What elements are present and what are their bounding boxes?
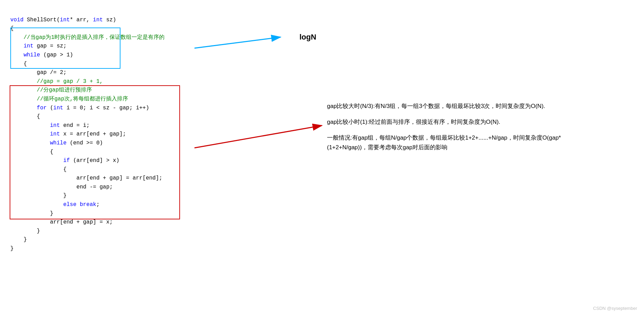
void-keyword: void: [10, 17, 23, 23]
description-section: gap比较大时(N/3):有N/3组，每一组3个数据，每组最坏比较3次，时间复杂…: [327, 101, 561, 159]
code-section: void ShellSort(int* arr, int sz) { //当ga…: [0, 0, 193, 315]
code-block: void ShellSort(int* arr, int sz) { //当ga…: [10, 7, 186, 262]
logn-label: logN: [299, 33, 316, 42]
arrow-section: logN gap比较大时(N/3):有N/3组，每一组3个数据，每组最坏比较3次…: [193, 0, 644, 315]
svg-line-3: [194, 126, 322, 148]
main-container: void ShellSort(int* arr, int sz) { //当ga…: [0, 0, 644, 315]
desc-para-3: 一般情况:有gap组，每组N/gap个数据，每组最坏比较1+2+......+N…: [327, 133, 561, 152]
desc-para-2: gap比较小时(1):经过前面与排序，很接近有序，时间复杂度为O(N).: [327, 117, 561, 127]
desc-para-1: gap比较大时(N/3):有N/3组，每一组3个数据，每组最坏比较3次，时间复杂…: [327, 101, 561, 111]
watermark: CSDN @syseptember: [593, 306, 637, 311]
svg-line-2: [194, 37, 281, 48]
